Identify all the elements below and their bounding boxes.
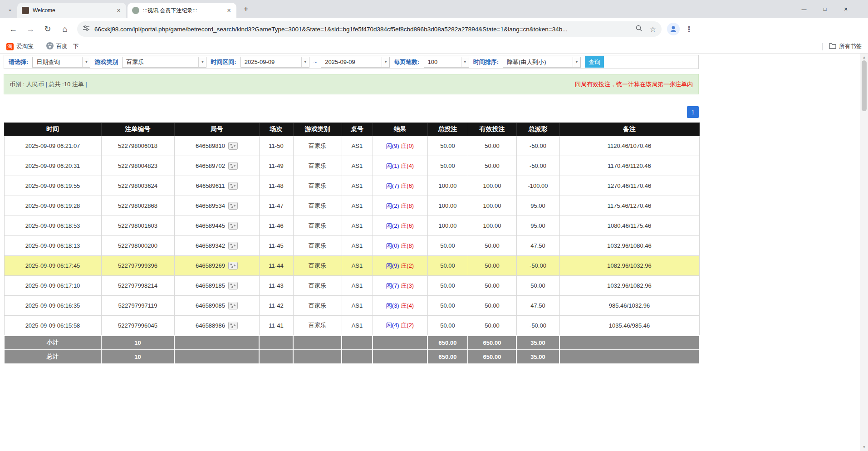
site-settings-icon[interactable] (83, 25, 90, 34)
bet-record-row[interactable]: 2025-09-09 06:17:45522797999396646589269… (4, 256, 699, 276)
maximize-button[interactable]: □ (814, 0, 835, 18)
url-text[interactable]: 66cxkj98.com/ipl/portal.php/game/betreco… (94, 26, 635, 33)
view-game-result-icon[interactable] (228, 322, 238, 329)
view-game-result-icon[interactable] (228, 222, 238, 230)
bookmark-star-icon[interactable]: ☆ (650, 25, 656, 34)
tab-welcome[interactable]: Welcome ✕ (17, 3, 126, 18)
banker-result: 庄(4) (401, 162, 414, 169)
total-bet-cell[interactable]: 50.00 (427, 256, 468, 276)
total-bet-cell[interactable]: 50.00 (427, 136, 468, 156)
grand-total-row-session-cell (259, 350, 293, 364)
tab-bet-records[interactable]: :::视讯 会员下注纪录::: ✕ (128, 3, 236, 18)
player-result: 闲(7) (386, 182, 399, 189)
page-1-button[interactable]: 1 (687, 106, 699, 118)
page-size-select[interactable]: 100 ▼ (424, 57, 469, 68)
subtotal-row-total-bet-cell: 650.00 (427, 336, 468, 350)
new-tab-button[interactable]: + (240, 3, 252, 15)
view-game-result-icon[interactable] (228, 302, 238, 309)
bookmark-taobao[interactable]: 淘 爱淘宝 (6, 43, 34, 50)
table-no-cell: AS1 (342, 176, 373, 196)
view-game-result-icon[interactable] (228, 142, 238, 150)
bet-record-row[interactable]: 2025-09-09 06:15:58522797996045646588986… (4, 316, 699, 336)
bet-record-row[interactable]: 2025-09-09 06:16:35522797997119646589085… (4, 296, 699, 316)
session-cell: 11-50 (259, 136, 293, 156)
all-bookmarks[interactable]: 所有书签 (822, 43, 862, 50)
bet-record-row[interactable]: 2025-09-09 06:17:10522797998214646589185… (4, 276, 699, 296)
scroll-up-icon[interactable]: ▲ (863, 55, 866, 59)
forward-button[interactable]: → (23, 21, 38, 37)
player-result: 闲(3) (386, 302, 399, 309)
bet-record-row[interactable]: 2025-09-09 06:19:55522798003624646589611… (4, 176, 699, 196)
sort-select[interactable]: 降冪(由大到小) ▼ (503, 57, 581, 68)
close-button[interactable]: ✕ (835, 0, 856, 18)
query-type-select[interactable]: 日期查询 ▼ (32, 57, 90, 68)
profile-avatar-icon[interactable] (667, 23, 680, 35)
zoom-magnifier-icon[interactable] (635, 25, 642, 34)
bet-record-row[interactable]: 2025-09-09 06:18:13522798000200646589342… (4, 236, 699, 256)
game-type-cell: 百家乐 (293, 176, 342, 196)
total-bet-cell[interactable]: 50.00 (427, 156, 468, 176)
sort-value: 降冪(由大到小) (503, 57, 573, 67)
total-bet-cell[interactable]: 100.00 (427, 176, 468, 196)
tab-search-chevron-icon[interactable]: ⌄ (5, 4, 15, 15)
subtotal-row-table-no-cell (342, 336, 373, 350)
view-game-result-icon[interactable] (228, 282, 238, 289)
view-game-result-icon[interactable] (228, 262, 238, 270)
session-cell: 11-41 (259, 316, 293, 336)
total-bet-cell[interactable]: 50.00 (427, 236, 468, 256)
session-cell: 11-45 (259, 236, 293, 256)
table-no-cell: AS1 (342, 236, 373, 256)
column-header: 注单编号 (101, 123, 174, 136)
table-no-cell: AS1 (342, 296, 373, 316)
total-bet-cell[interactable]: 100.00 (427, 216, 468, 236)
bookmark-baidu[interactable]: 百度一下 (46, 42, 79, 51)
bet-id-cell: 522797998214 (101, 276, 174, 296)
player-result: 闲(2) (386, 222, 399, 229)
view-game-result-icon[interactable] (228, 162, 238, 170)
subtotal-row-note-cell (559, 336, 699, 350)
minimize-button[interactable]: — (794, 0, 814, 18)
scrollbar-thumb[interactable] (862, 60, 867, 111)
scroll-down-icon[interactable]: ▼ (863, 445, 866, 449)
game-type-cell: 百家乐 (293, 316, 342, 336)
total-bet-cell[interactable]: 50.00 (427, 296, 468, 316)
back-button[interactable]: ← (5, 21, 21, 37)
view-game-result-icon[interactable] (228, 202, 238, 210)
bet-record-row[interactable]: 2025-09-09 06:18:53522798001603646589445… (4, 216, 699, 236)
bet-record-row[interactable]: 2025-09-09 06:19:28522798002868646589534… (4, 196, 699, 216)
result-cell: 闲(4) 庄(2) (373, 316, 427, 336)
bet-record-row[interactable]: 2025-09-09 06:20:31522798004823646589702… (4, 156, 699, 176)
result-cell: 闲(9) 庄(0) (373, 136, 427, 156)
result-cell: 闲(7) 庄(3) (373, 276, 427, 296)
tab-close-icon[interactable]: ✕ (115, 7, 123, 15)
view-game-result-icon[interactable] (228, 182, 238, 190)
banker-result: 庄(8) (401, 202, 414, 209)
valid-bet-cell: 50.00 (468, 136, 516, 156)
browser-menu-icon[interactable]: ⋮ (685, 25, 693, 34)
date-to-select[interactable]: 2025-09-09 ▼ (321, 57, 390, 68)
date-from-select[interactable]: 2025-09-09 ▼ (240, 57, 309, 68)
reload-button[interactable]: ↻ (40, 21, 55, 37)
total-bet-cell[interactable]: 100.00 (427, 196, 468, 216)
round-number: 646589810 (196, 142, 225, 149)
bet-record-row[interactable]: 2025-09-09 06:21:07522798006018646589810… (4, 136, 699, 156)
payout-cell: -50.00 (516, 136, 559, 156)
filter-bar: 请选择: 日期查询 ▼ 游戏类别 百家乐 ▼ 时间区间: 2025-09-09 … (4, 55, 699, 69)
view-game-result-icon[interactable] (228, 242, 238, 250)
tab-close-icon[interactable]: ✕ (225, 7, 233, 15)
grand-total-row-label-cell: 总计 (4, 350, 101, 364)
home-button[interactable]: ⌂ (57, 21, 73, 37)
page-scrollbar[interactable]: ▲ ▼ (860, 54, 868, 451)
search-button[interactable]: 查询 (585, 56, 604, 68)
total-bet-cell[interactable]: 50.00 (427, 276, 468, 296)
subtotal-row-game-type-cell (293, 336, 342, 350)
valid-bet-cell: 100.00 (468, 176, 516, 196)
address-bar[interactable]: 66cxkj98.com/ipl/portal.php/game/betreco… (77, 21, 662, 37)
total-bet-cell[interactable]: 50.00 (427, 316, 468, 336)
chevron-down-icon: ▼ (573, 57, 580, 67)
valid-bet-cell: 100.00 (468, 216, 516, 236)
game-type-select[interactable]: 百家乐 ▼ (122, 57, 206, 68)
result-cell: 闲(3) 庄(4) (373, 296, 427, 316)
valid-bet-cell: 50.00 (468, 276, 516, 296)
round-number: 646589611 (196, 182, 225, 189)
